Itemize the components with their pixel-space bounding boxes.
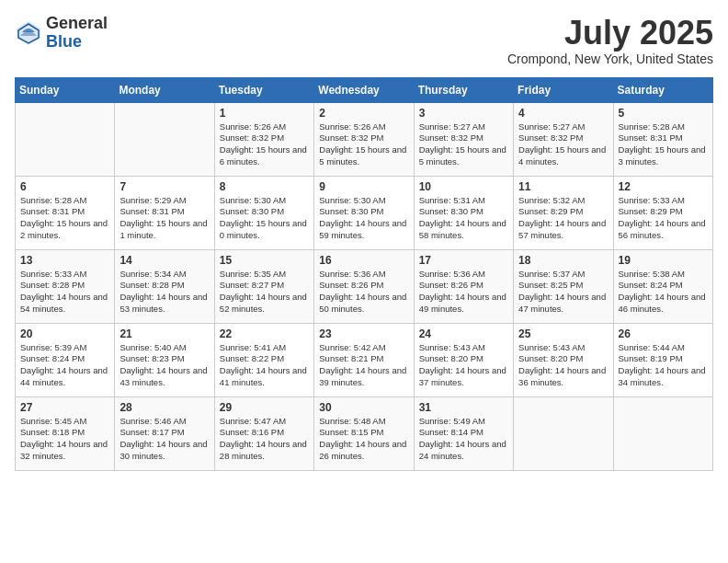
day-number: 9: [319, 180, 408, 193]
day-number: 18: [518, 254, 608, 267]
day-info: Sunrise: 5:43 AMSunset: 8:20 PMDaylight:…: [518, 342, 608, 389]
logo-general: General: [46, 15, 108, 33]
day-number: 28: [119, 401, 209, 414]
day-info: Sunrise: 5:35 AMSunset: 8:27 PMDaylight:…: [220, 269, 309, 316]
day-of-week-header: Tuesday: [214, 77, 313, 102]
calendar-day-cell: 5Sunrise: 5:28 AMSunset: 8:31 PMDaylight…: [613, 102, 712, 176]
day-number: 27: [20, 401, 109, 414]
day-of-week-header: Wednesday: [314, 77, 414, 102]
calendar-day-cell: 18Sunrise: 5:37 AMSunset: 8:25 PMDayligh…: [514, 249, 613, 323]
day-number: 17: [419, 254, 508, 267]
day-info: Sunrise: 5:27 AMSunset: 8:32 PMDaylight:…: [518, 121, 608, 168]
calendar-day-cell: [514, 396, 613, 470]
day-number: 16: [319, 254, 408, 267]
calendar-day-cell: [613, 396, 712, 470]
day-number: 12: [619, 180, 708, 193]
day-of-week-header: Thursday: [414, 77, 513, 102]
day-number: 15: [220, 254, 309, 267]
calendar-table: SundayMondayTuesdayWednesdayThursdayFrid…: [15, 77, 713, 471]
day-info: Sunrise: 5:34 AMSunset: 8:28 PMDaylight:…: [119, 269, 209, 316]
calendar-day-cell: 29Sunrise: 5:47 AMSunset: 8:16 PMDayligh…: [214, 396, 313, 470]
day-number: 6: [20, 180, 109, 193]
day-number: 24: [419, 327, 508, 340]
day-info: Sunrise: 5:26 AMSunset: 8:32 PMDaylight:…: [220, 121, 309, 168]
day-info: Sunrise: 5:29 AMSunset: 8:31 PMDaylight:…: [119, 195, 209, 242]
month-title: July 2025: [507, 15, 713, 52]
day-info: Sunrise: 5:27 AMSunset: 8:32 PMDaylight:…: [419, 121, 508, 168]
day-number: 31: [419, 401, 508, 414]
day-number: 21: [119, 327, 209, 340]
calendar-day-cell: 7Sunrise: 5:29 AMSunset: 8:31 PMDaylight…: [115, 176, 214, 249]
day-info: Sunrise: 5:38 AMSunset: 8:24 PMDaylight:…: [619, 269, 708, 316]
calendar-day-cell: 27Sunrise: 5:45 AMSunset: 8:18 PMDayligh…: [16, 396, 115, 470]
day-number: 19: [619, 254, 708, 267]
day-number: 14: [119, 254, 209, 267]
day-info: Sunrise: 5:44 AMSunset: 8:19 PMDaylight:…: [619, 342, 708, 389]
calendar-day-cell: 3Sunrise: 5:27 AMSunset: 8:32 PMDaylight…: [414, 102, 513, 176]
calendar-day-cell: 19Sunrise: 5:38 AMSunset: 8:24 PMDayligh…: [613, 249, 712, 323]
day-of-week-header: Sunday: [16, 77, 115, 102]
calendar-day-cell: 13Sunrise: 5:33 AMSunset: 8:28 PMDayligh…: [16, 249, 115, 323]
calendar-header-row: SundayMondayTuesdayWednesdayThursdayFrid…: [16, 77, 713, 102]
calendar-week-row: 6Sunrise: 5:28 AMSunset: 8:31 PMDaylight…: [16, 176, 713, 249]
day-info: Sunrise: 5:45 AMSunset: 8:18 PMDaylight:…: [20, 416, 109, 463]
calendar-day-cell: 22Sunrise: 5:41 AMSunset: 8:22 PMDayligh…: [214, 323, 313, 396]
day-number: 26: [619, 327, 708, 340]
day-info: Sunrise: 5:49 AMSunset: 8:14 PMDaylight:…: [419, 416, 508, 463]
calendar-day-cell: 17Sunrise: 5:36 AMSunset: 8:26 PMDayligh…: [414, 249, 513, 323]
day-info: Sunrise: 5:47 AMSunset: 8:16 PMDaylight:…: [220, 416, 309, 463]
day-number: 29: [220, 401, 309, 414]
day-number: 1: [220, 107, 309, 120]
day-info: Sunrise: 5:31 AMSunset: 8:30 PMDaylight:…: [419, 195, 508, 242]
day-number: 13: [20, 254, 109, 267]
logo-text: General Blue: [46, 15, 108, 52]
day-number: 4: [518, 107, 608, 120]
day-number: 10: [419, 180, 508, 193]
day-info: Sunrise: 5:28 AMSunset: 8:31 PMDaylight:…: [619, 121, 708, 168]
calendar-day-cell: 28Sunrise: 5:46 AMSunset: 8:17 PMDayligh…: [115, 396, 214, 470]
calendar-day-cell: 2Sunrise: 5:26 AMSunset: 8:32 PMDaylight…: [314, 102, 414, 176]
day-info: Sunrise: 5:28 AMSunset: 8:31 PMDaylight:…: [20, 195, 109, 242]
calendar-day-cell: 15Sunrise: 5:35 AMSunset: 8:27 PMDayligh…: [214, 249, 313, 323]
day-info: Sunrise: 5:32 AMSunset: 8:29 PMDaylight:…: [518, 195, 608, 242]
day-number: 3: [419, 107, 508, 120]
day-number: 5: [619, 107, 708, 120]
day-info: Sunrise: 5:30 AMSunset: 8:30 PMDaylight:…: [319, 195, 408, 242]
logo-icon: [15, 19, 42, 47]
calendar-day-cell: [115, 102, 214, 176]
calendar-day-cell: 14Sunrise: 5:34 AMSunset: 8:28 PMDayligh…: [115, 249, 214, 323]
day-number: 23: [319, 327, 408, 340]
logo-blue: Blue: [46, 33, 108, 52]
calendar-day-cell: 23Sunrise: 5:42 AMSunset: 8:21 PMDayligh…: [314, 323, 414, 396]
day-of-week-header: Saturday: [613, 77, 712, 102]
calendar-week-row: 20Sunrise: 5:39 AMSunset: 8:24 PMDayligh…: [16, 323, 713, 396]
day-info: Sunrise: 5:26 AMSunset: 8:32 PMDaylight:…: [319, 121, 408, 168]
calendar-day-cell: 30Sunrise: 5:48 AMSunset: 8:15 PMDayligh…: [314, 396, 414, 470]
calendar-day-cell: 6Sunrise: 5:28 AMSunset: 8:31 PMDaylight…: [16, 176, 115, 249]
calendar-day-cell: 8Sunrise: 5:30 AMSunset: 8:30 PMDaylight…: [214, 176, 313, 249]
day-number: 8: [220, 180, 309, 193]
day-info: Sunrise: 5:37 AMSunset: 8:25 PMDaylight:…: [518, 269, 608, 316]
day-info: Sunrise: 5:36 AMSunset: 8:26 PMDaylight:…: [319, 269, 408, 316]
calendar-day-cell: 26Sunrise: 5:44 AMSunset: 8:19 PMDayligh…: [613, 323, 712, 396]
calendar-day-cell: 21Sunrise: 5:40 AMSunset: 8:23 PMDayligh…: [115, 323, 214, 396]
day-number: 25: [518, 327, 608, 340]
title-block: July 2025 Crompond, New York, United Sta…: [507, 15, 713, 66]
calendar-day-cell: 12Sunrise: 5:33 AMSunset: 8:29 PMDayligh…: [613, 176, 712, 249]
day-info: Sunrise: 5:30 AMSunset: 8:30 PMDaylight:…: [220, 195, 309, 242]
calendar-day-cell: 16Sunrise: 5:36 AMSunset: 8:26 PMDayligh…: [314, 249, 414, 323]
calendar-week-row: 1Sunrise: 5:26 AMSunset: 8:32 PMDaylight…: [16, 102, 713, 176]
day-number: 2: [319, 107, 408, 120]
day-of-week-header: Monday: [115, 77, 214, 102]
day-info: Sunrise: 5:40 AMSunset: 8:23 PMDaylight:…: [119, 342, 209, 389]
calendar-day-cell: 11Sunrise: 5:32 AMSunset: 8:29 PMDayligh…: [514, 176, 613, 249]
day-of-week-header: Friday: [514, 77, 613, 102]
day-number: 22: [220, 327, 309, 340]
calendar-day-cell: 1Sunrise: 5:26 AMSunset: 8:32 PMDaylight…: [214, 102, 313, 176]
calendar-week-row: 27Sunrise: 5:45 AMSunset: 8:18 PMDayligh…: [16, 396, 713, 470]
day-number: 7: [119, 180, 209, 193]
logo: General Blue: [15, 15, 108, 52]
day-info: Sunrise: 5:39 AMSunset: 8:24 PMDaylight:…: [20, 342, 109, 389]
day-info: Sunrise: 5:41 AMSunset: 8:22 PMDaylight:…: [220, 342, 309, 389]
day-number: 30: [319, 401, 408, 414]
